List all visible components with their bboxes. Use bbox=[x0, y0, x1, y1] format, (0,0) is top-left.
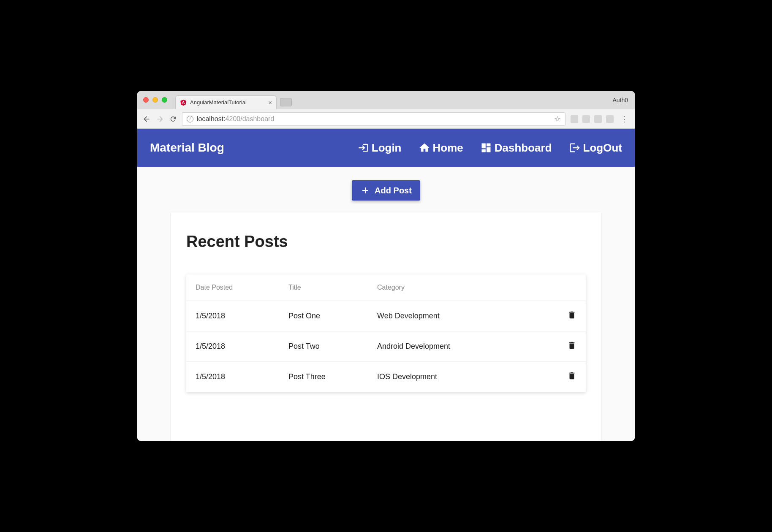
reload-button[interactable] bbox=[169, 115, 177, 123]
address-bar[interactable]: i localhost:4200/dashboard ☆ bbox=[182, 112, 565, 126]
url-text: localhost:4200/dashboard bbox=[197, 115, 274, 123]
header-actions bbox=[558, 274, 586, 301]
cell-date: 1/5/2018 bbox=[186, 301, 279, 331]
profile-label[interactable]: Auth0 bbox=[612, 97, 628, 103]
card-title: Recent Posts bbox=[186, 233, 586, 251]
tab-title: AngularMaterialTutorial bbox=[190, 99, 247, 106]
cell-delete bbox=[558, 362, 586, 392]
nav-label: Dashboard bbox=[495, 141, 552, 155]
window-close-button[interactable] bbox=[143, 97, 149, 103]
cell-title: Post Three bbox=[279, 362, 368, 392]
tab-bar: AngularMaterialTutorial × Auth0 bbox=[137, 91, 635, 109]
bookmark-star-icon[interactable]: ☆ bbox=[554, 114, 561, 124]
cell-title: Post One bbox=[279, 301, 368, 331]
tab-close-button[interactable]: × bbox=[268, 99, 272, 106]
extension-icon[interactable] bbox=[582, 115, 590, 123]
nav-dashboard[interactable]: Dashboard bbox=[480, 141, 552, 155]
table-row: 1/5/2018 Post Three IOS Development bbox=[186, 362, 586, 392]
extension-icon[interactable] bbox=[571, 115, 578, 123]
cell-date: 1/5/2018 bbox=[186, 331, 279, 362]
plus-icon bbox=[360, 185, 370, 195]
cell-delete bbox=[558, 301, 586, 331]
extension-icons bbox=[571, 115, 614, 123]
add-post-label: Add Post bbox=[375, 186, 412, 195]
nav-label: LogOut bbox=[583, 141, 622, 155]
extension-icon[interactable] bbox=[594, 115, 602, 123]
table-row: 1/5/2018 Post One Web Development bbox=[186, 301, 586, 331]
logout-icon bbox=[569, 142, 581, 154]
add-post-button[interactable]: Add Post bbox=[352, 180, 420, 201]
header-date: Date Posted bbox=[186, 274, 279, 301]
table-header-row: Date Posted Title Category bbox=[186, 274, 586, 301]
traffic-lights bbox=[143, 97, 167, 103]
trash-icon[interactable] bbox=[567, 371, 576, 380]
nav-label: Login bbox=[372, 141, 402, 155]
cell-category: Web Development bbox=[368, 301, 558, 331]
browser-window: AngularMaterialTutorial × Auth0 i localh… bbox=[137, 91, 635, 441]
login-icon bbox=[357, 142, 369, 154]
browser-chrome: AngularMaterialTutorial × Auth0 i localh… bbox=[137, 91, 635, 129]
window-minimize-button[interactable] bbox=[152, 97, 158, 103]
header-title: Title bbox=[279, 274, 368, 301]
cell-category: Android Development bbox=[368, 331, 558, 362]
site-info-icon[interactable]: i bbox=[187, 116, 193, 122]
back-button[interactable] bbox=[142, 115, 151, 123]
nav-login[interactable]: Login bbox=[357, 141, 402, 155]
nav-home[interactable]: Home bbox=[419, 141, 463, 155]
nav-label: Home bbox=[433, 141, 463, 155]
dashboard-icon bbox=[480, 142, 492, 154]
browser-menu-button[interactable]: ⋮ bbox=[619, 114, 630, 124]
home-icon bbox=[419, 142, 430, 154]
svg-marker-1 bbox=[183, 100, 186, 106]
trash-icon[interactable] bbox=[567, 341, 576, 350]
viewport: Material Blog Login Home Dashboard LogOu… bbox=[137, 129, 635, 441]
browser-tab[interactable]: AngularMaterialTutorial × bbox=[175, 95, 277, 109]
nav-logout[interactable]: LogOut bbox=[569, 141, 622, 155]
cell-date: 1/5/2018 bbox=[186, 362, 279, 392]
angular-icon bbox=[180, 99, 187, 106]
trash-icon[interactable] bbox=[567, 310, 576, 320]
brand-title: Material Blog bbox=[150, 141, 224, 155]
add-post-container: Add Post bbox=[137, 167, 635, 212]
app-toolbar: Material Blog Login Home Dashboard LogOu… bbox=[137, 129, 635, 167]
new-tab-button[interactable] bbox=[280, 98, 292, 106]
table-row: 1/5/2018 Post Two Android Development bbox=[186, 331, 586, 362]
posts-table-wrap: Date Posted Title Category 1/5/2018 Post… bbox=[186, 274, 586, 392]
window-maximize-button[interactable] bbox=[162, 97, 167, 103]
forward-button[interactable] bbox=[156, 115, 164, 123]
address-bar-row: i localhost:4200/dashboard ☆ ⋮ bbox=[137, 109, 635, 128]
posts-table: Date Posted Title Category 1/5/2018 Post… bbox=[186, 274, 586, 392]
cell-category: IOS Development bbox=[368, 362, 558, 392]
header-category: Category bbox=[368, 274, 558, 301]
nav-links: Login Home Dashboard LogOut bbox=[357, 141, 622, 155]
cell-delete bbox=[558, 331, 586, 362]
cell-title: Post Two bbox=[279, 331, 368, 362]
recent-posts-card: Recent Posts Date Posted Title Category … bbox=[171, 212, 601, 441]
extension-icon[interactable] bbox=[606, 115, 614, 123]
